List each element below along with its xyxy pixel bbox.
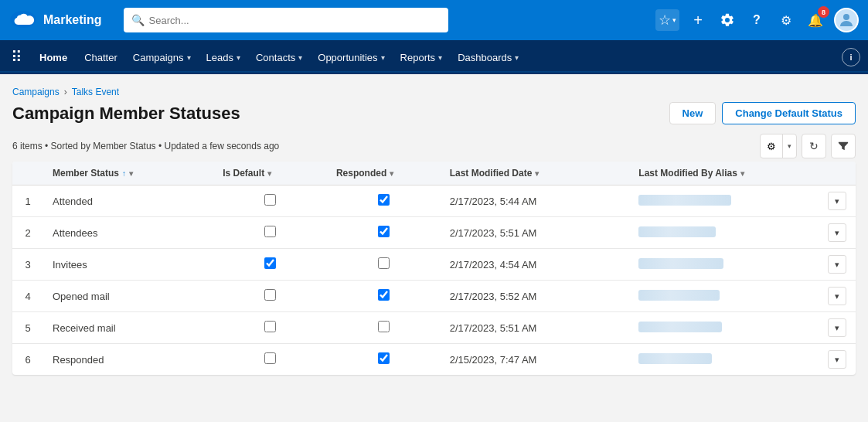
nav-item-campaigns[interactable]: Campaigns ▾ [125, 40, 199, 74]
table-row: 1Attended 2/17/2023, 5:44 AM ▾ [12, 185, 856, 217]
th-row-actions [819, 162, 856, 185]
info-button[interactable]: i [842, 48, 860, 66]
row-number: 6 [12, 344, 43, 376]
member-status-cell: Responded [43, 344, 213, 376]
last-modified-date-cell: 2/17/2023, 5:51 AM [441, 312, 630, 344]
chevron-down-icon: ▾ [515, 53, 519, 62]
column-menu-icon[interactable]: ▾ [535, 169, 539, 178]
table-settings-dropdown[interactable]: ⚙ ▾ [760, 134, 797, 158]
table-meta: 6 items • Sorted by Member Status • Upda… [12, 141, 279, 151]
svg-point-1 [843, 14, 849, 20]
responded-cell [327, 312, 441, 344]
sort-asc-icon: ↑ [122, 169, 126, 178]
is-default-checkbox[interactable] [264, 352, 276, 364]
row-action-button[interactable]: ▾ [828, 350, 846, 369]
last-modified-date-cell: 2/17/2023, 5:51 AM [441, 217, 630, 249]
nav-item-contacts[interactable]: Contacts ▾ [248, 40, 310, 74]
column-menu-icon[interactable]: ▾ [267, 169, 271, 178]
help-button[interactable]: ? [746, 9, 768, 31]
filter-button[interactable] [831, 134, 856, 158]
responded-checkbox[interactable] [378, 257, 390, 269]
th-responded[interactable]: Responded ▾ [327, 162, 441, 185]
settings-button[interactable]: ⚙ [775, 9, 797, 31]
breadcrumb-talks-event[interactable]: Talks Event [72, 87, 119, 97]
th-last-modified-by-alias[interactable]: Last Modified By Alias ▾ [629, 162, 819, 185]
nav-item-leads[interactable]: Leads ▾ [199, 40, 248, 74]
row-action-button[interactable]: ▾ [828, 223, 846, 242]
is-default-cell [213, 312, 327, 344]
change-default-status-button[interactable]: Change Default Status [722, 102, 856, 124]
is-default-checkbox[interactable] [264, 257, 276, 269]
nav-item-reports[interactable]: Reports ▾ [393, 40, 451, 74]
add-button[interactable]: + [687, 9, 709, 31]
nav-item-chatter[interactable]: Chatter [77, 40, 125, 74]
responded-cell [327, 281, 441, 312]
table-row: 3Invitees 2/17/2023, 4:54 AM ▾ [12, 249, 856, 281]
column-menu-icon[interactable]: ▾ [740, 169, 744, 178]
row-number: 5 [12, 312, 43, 344]
member-status-cell: Attended [43, 185, 213, 217]
last-modified-by-alias-cell [629, 281, 819, 312]
home-nav-item[interactable]: Home [30, 40, 77, 74]
last-modified-by-alias-cell [629, 344, 819, 376]
th-is-default[interactable]: Is Default ▾ [213, 162, 327, 185]
table-header-row: Member Status ↑ ▾ Is Default ▾ Responded… [12, 162, 856, 185]
table-actions: ⚙ ▾ ↻ [760, 134, 856, 158]
chevron-down-icon: ▾ [438, 53, 442, 62]
alias-value [638, 258, 723, 269]
breadcrumb-campaigns[interactable]: Campaigns [12, 87, 60, 97]
responded-checkbox[interactable] [378, 289, 390, 301]
notifications-button[interactable]: 🔔 8 [805, 9, 826, 31]
last-modified-date-cell: 2/17/2023, 5:52 AM [441, 281, 630, 312]
row-actions-cell: ▾ [819, 185, 856, 217]
th-last-modified-date[interactable]: Last Modified Date ▾ [441, 162, 630, 185]
page-header: Campaign Member Statuses New Change Defa… [12, 102, 856, 124]
responded-checkbox[interactable] [378, 352, 390, 364]
row-actions-cell: ▾ [819, 344, 856, 376]
is-default-cell [213, 344, 327, 376]
last-modified-by-alias-cell [629, 249, 819, 281]
last-modified-by-alias-cell [629, 217, 819, 249]
notification-count: 8 [818, 6, 829, 18]
row-action-button[interactable]: ▾ [828, 318, 846, 337]
row-action-button[interactable]: ▾ [828, 287, 846, 305]
nav-item-opportunities[interactable]: Opportunities ▾ [310, 40, 392, 74]
alias-value [638, 195, 731, 206]
responded-checkbox[interactable] [378, 226, 390, 237]
responded-cell [327, 249, 441, 281]
row-actions-cell: ▾ [819, 249, 856, 281]
is-default-checkbox[interactable] [264, 226, 276, 237]
column-menu-icon[interactable]: ▾ [390, 169, 393, 178]
row-number: 2 [12, 217, 43, 249]
th-member-status[interactable]: Member Status ↑ ▾ [43, 162, 213, 185]
column-menu-icon[interactable]: ▾ [129, 169, 133, 178]
top-nav-icons: ☆ ▾ + ? ⚙ 🔔 8 [655, 8, 859, 32]
responded-checkbox[interactable] [378, 194, 390, 206]
is-default-checkbox[interactable] [264, 289, 276, 301]
new-button[interactable]: New [669, 102, 717, 124]
is-default-checkbox[interactable] [264, 321, 276, 332]
table-row: 2Attendees 2/17/2023, 5:51 AM ▾ [12, 217, 856, 249]
is-default-cell [213, 281, 327, 312]
member-status-cell: Attendees [43, 217, 213, 249]
is-default-checkbox[interactable] [264, 194, 276, 206]
last-modified-by-alias-cell [629, 312, 819, 344]
responded-checkbox[interactable] [378, 321, 390, 332]
th-row-num [12, 162, 43, 185]
table-row: 5Received mail 2/17/2023, 5:51 AM ▾ [12, 312, 856, 344]
responded-cell [327, 344, 441, 376]
search-input[interactable] [149, 15, 441, 26]
page-title: Campaign Member Statuses [12, 104, 240, 124]
waffle-menu[interactable]: ⠿ [3, 48, 30, 66]
user-avatar[interactable] [834, 8, 859, 32]
table-row: 6Responded 2/15/2023, 7:47 AM ▾ [12, 344, 856, 376]
last-modified-by-alias-cell [629, 185, 819, 217]
nav-item-dashboards[interactable]: Dashboards ▾ [450, 40, 526, 74]
setup-icon[interactable] [717, 9, 738, 31]
salesforce-logo[interactable] [9, 5, 37, 36]
refresh-button[interactable]: ↻ [802, 134, 826, 158]
row-action-button[interactable]: ▾ [828, 192, 846, 210]
is-default-cell [213, 249, 327, 281]
favorites-button[interactable]: ☆ ▾ [655, 9, 679, 31]
row-action-button[interactable]: ▾ [828, 255, 846, 274]
